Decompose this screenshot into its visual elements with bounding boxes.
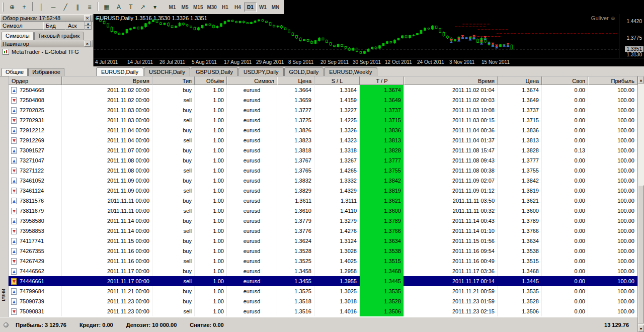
vertical-scrollbar[interactable]: ▲ ▼ (637, 76, 644, 332)
timeframe-button-h4[interactable]: H4 (231, 3, 244, 12)
toolbar-grip[interactable] (3, 3, 4, 12)
text-icon[interactable]: A (113, 2, 124, 12)
order-row[interactable]: 741177412011.11.15 00:00buy1.00eurusd1.3… (9, 236, 637, 246)
column-header[interactable]: Тип (152, 76, 195, 85)
order-row[interactable]: 732710472011.11.08 00:00buy1.00eurusd1.3… (9, 155, 637, 165)
trendline-icon[interactable]: ╱ (60, 2, 71, 12)
column-header[interactable]: Своп (542, 76, 588, 85)
date-axis-label: 14 Jul 2011 (127, 59, 153, 65)
timeframe-button-mn[interactable]: MN (269, 3, 282, 12)
order-row[interactable]: 725048082011.11.02 00:00sell1.00eurusd1.… (9, 95, 637, 105)
scrollbar-track[interactable] (638, 84, 644, 325)
text-label-icon[interactable]: T (125, 2, 136, 12)
order-row[interactable]: 725046682011.11.02 00:00buy1.00eurusd1.3… (9, 85, 637, 95)
arrows-icon[interactable]: ↗ (137, 2, 148, 12)
close-icon[interactable]: × (84, 41, 91, 47)
account-status-bar: Прибыль: 3 129.76Кредит: 0.00Депозит: 10… (0, 317, 637, 332)
scroll-up-icon[interactable]: ▲ (638, 76, 644, 84)
fibonacci-icon[interactable]: ≡ (84, 2, 95, 12)
market-watch-column-header[interactable]: Аск (65, 22, 85, 30)
order-icon (11, 198, 17, 204)
order-row[interactable]: 727028252011.11.03 00:00buy1.00eurusd1.3… (9, 105, 637, 115)
market-watch-tab-тиковый-график[interactable]: Тиковый график (34, 32, 84, 40)
order-row[interactable]: 747996842011.11.21 00:00buy1.00eurusd1.3… (9, 286, 637, 296)
column-header[interactable]: Цена (498, 76, 542, 85)
chart-tab-eurusd-daily[interactable]: EURUSD,Daily (96, 67, 143, 76)
chart-tab-gbpusd-daily[interactable]: GBPUSD,Daily (191, 67, 238, 76)
column-header[interactable]: Время (62, 76, 152, 85)
navigator-tab-избранное[interactable]: Избранное (28, 68, 64, 76)
timeframe-button-m15[interactable]: M15 (191, 3, 205, 12)
order-row[interactable]: 739588532011.11.14 00:00sell1.00eurusd1.… (9, 226, 637, 236)
spin-down-icon[interactable]: ▼ (85, 26, 92, 30)
timeframe-button-m5[interactable]: M5 (179, 3, 191, 12)
grid-icon[interactable]: ▦ (101, 2, 112, 12)
timeframe-button-w1[interactable]: W1 (257, 3, 269, 12)
spin-up-icon[interactable]: ▲ (85, 22, 92, 26)
crosshair-icon[interactable]: ⊕ (7, 2, 18, 12)
price-axis-label: 1.3775 (626, 35, 642, 41)
chart-tab-eurusd-weekly[interactable]: EURUSD,Weekly (324, 67, 377, 76)
order-row[interactable]: 730915272011.11.07 00:00buy1.00eurusd1.3… (9, 145, 637, 155)
navigator-tab-общие[interactable]: Общие (2, 68, 28, 76)
order-row[interactable]: 750907392011.11.23 00:00buy1.00eurusd1.3… (9, 296, 637, 306)
chart-tab-usdjpy-daily[interactable]: USDJPY,Daily (238, 67, 284, 76)
close-icon[interactable]: × (84, 15, 91, 21)
order-row[interactable]: 738116792011.11.11 00:00sell1.00eurusd1.… (9, 206, 637, 216)
chart-tab-usdchf-daily[interactable]: USDCHF,Daily (144, 67, 190, 76)
chart-legend: EURUSD,Daily 1.3516 1.3530 1.3326 1.3351 (96, 15, 207, 21)
chart-area[interactable]: EURUSD,Daily 1.3516 1.3530 1.3326 1.3351… (94, 14, 644, 66)
toolbar: ⊕+│─╱∥≡▦AT↗▾ M1M5M15M30H1H4D1W1MN (0, 0, 644, 14)
cursor-mode-icon[interactable]: + (19, 2, 30, 12)
order-row[interactable]: 734611242011.11.09 00:00sell1.00eurusd1.… (9, 186, 637, 196)
column-header[interactable]: Символ (227, 76, 277, 85)
scrollbar-thumb[interactable] (638, 185, 644, 323)
price-axis-label: 1.4420 (626, 19, 642, 24)
timeframe-button-m1[interactable]: M1 (166, 3, 179, 12)
timeframe-button-m30[interactable]: M30 (205, 3, 218, 12)
order-icon (11, 278, 17, 285)
column-header[interactable]: Время (404, 76, 498, 85)
navigator-account-label: MetaTrader - E-Global TFG (12, 49, 79, 55)
order-row[interactable]: 738115762011.11.11 00:00buy1.00eurusd1.3… (9, 196, 637, 206)
order-icon (11, 268, 17, 275)
order-icon (11, 208, 17, 214)
date-axis-label: 5 Aug 2011 (192, 59, 217, 65)
vertical-line-icon[interactable]: │ (36, 2, 47, 12)
order-row[interactable]: 744465622011.11.17 00:00buy1.00eurusd1.3… (9, 266, 637, 276)
column-header[interactable]: S / L (314, 76, 360, 85)
left-panels: Обзор рынка: 17:52:48 × СимволБидАск▲▼ С… (0, 14, 94, 66)
scroll-down-icon[interactable]: ▼ (638, 325, 644, 332)
market-watch-tab-символы[interactable]: Символы (2, 32, 34, 40)
timeframe-button-d1[interactable]: D1 (244, 3, 257, 12)
navigator-account-item[interactable]: MetaTrader - E-Global TFG (0, 47, 93, 56)
horizontal-line-icon[interactable]: ─ (48, 2, 59, 12)
order-row[interactable]: 729122692011.11.04 00:00sell1.00eurusd1.… (9, 135, 637, 145)
order-icon (11, 117, 17, 124)
order-row[interactable]: 727029312011.11.03 00:00sell1.00eurusd1.… (9, 115, 637, 125)
order-row[interactable]: 729122122011.11.04 00:00buy1.00eurusd1.3… (9, 125, 637, 135)
market-watch-column-header[interactable]: Бид (43, 22, 65, 30)
column-header[interactable]: Прибыль (588, 76, 637, 85)
column-header[interactable]: Объём (195, 76, 227, 85)
column-header[interactable]: Ордер (9, 76, 62, 85)
history-table-header: ОрдерВремяТипОбъёмСимволЦенаS / LT / PВр… (9, 76, 637, 85)
price-axis-label: 1.3130 (626, 52, 642, 57)
order-row[interactable]: 742673552011.11.16 00:00buy1.00eurusd1.3… (9, 246, 637, 256)
terminal-vertical-tab[interactable]: Терминал (1, 289, 7, 301)
order-row[interactable]: 742674292011.11.16 00:00sell1.00eurusd1.… (9, 256, 637, 266)
order-row[interactable]: 744466612011.11.17 00:00sell1.00eurusd1.… (9, 276, 637, 286)
order-row[interactable]: 750908312011.11.23 00:00sell1.00eurusd1.… (9, 306, 637, 316)
market-watch-column-header[interactable]: Символ (0, 22, 43, 30)
order-row[interactable]: 732711222011.11.08 00:00sell1.00eurusd1.… (9, 165, 637, 176)
arrows-dropdown-icon[interactable]: ▾ (149, 2, 160, 12)
order-row[interactable]: 734610522011.11.09 00:00buy1.00eurusd1.3… (9, 176, 637, 186)
column-header[interactable]: Цена (277, 76, 314, 85)
order-row[interactable]: 739585802011.11.14 00:00buy1.00eurusd1.3… (9, 216, 637, 226)
column-header[interactable]: T / P (360, 76, 404, 85)
timeframe-button-h1[interactable]: H1 (219, 3, 231, 12)
chart-tab-gold-daily[interactable]: GOLD,Daily (284, 67, 324, 76)
channel-icon[interactable]: ∥ (72, 2, 83, 12)
status-item: Кредит: 0.00 (79, 322, 113, 328)
market-watch-spin: ▲▼ (85, 22, 92, 30)
